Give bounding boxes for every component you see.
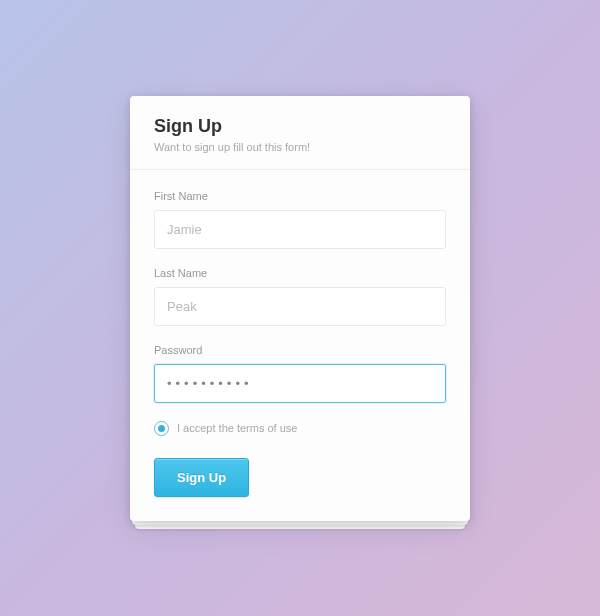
terms-row[interactable]: I accept the terms of use: [154, 421, 446, 436]
last-name-group: Last Name: [154, 267, 446, 326]
last-name-label: Last Name: [154, 267, 446, 279]
radio-dot-icon: [158, 425, 165, 432]
first-name-label: First Name: [154, 190, 446, 202]
card-header: Sign Up Want to sign up fill out this fo…: [130, 96, 470, 170]
page-title: Sign Up: [154, 116, 446, 137]
signup-card: Sign Up Want to sign up fill out this fo…: [130, 96, 470, 521]
password-group: Password ••••••••••: [154, 344, 446, 403]
signup-card-stack: Sign Up Want to sign up fill out this fo…: [130, 96, 470, 521]
last-name-input[interactable]: [154, 287, 446, 326]
page-subtitle: Want to sign up fill out this form!: [154, 141, 446, 153]
form-body: First Name Last Name Password ••••••••••…: [130, 170, 470, 521]
terms-radio[interactable]: [154, 421, 169, 436]
first-name-group: First Name: [154, 190, 446, 249]
first-name-input[interactable]: [154, 210, 446, 249]
signup-button[interactable]: Sign Up: [154, 458, 249, 497]
terms-label: I accept the terms of use: [177, 422, 297, 434]
password-input[interactable]: ••••••••••: [154, 364, 446, 403]
password-label: Password: [154, 344, 446, 356]
